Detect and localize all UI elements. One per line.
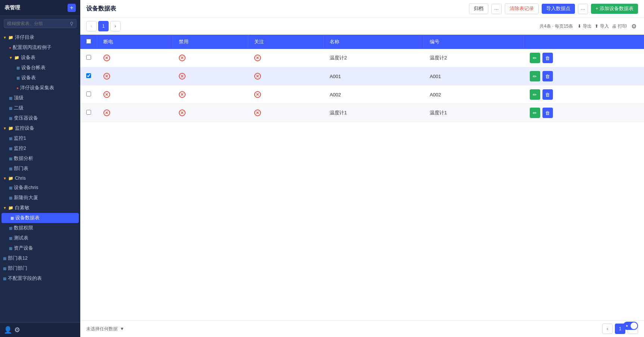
row-name: A001 <box>324 67 424 86</box>
row-follow: ✕ <box>248 67 324 86</box>
user-avatar[interactable]: 👤 <box>4 326 12 334</box>
row-checkbox-3[interactable] <box>86 110 91 115</box>
sidebar-item-device-chris[interactable]: ▦ 设备表chris <box>0 183 80 193</box>
x-circle-icon: ✕ <box>103 91 110 98</box>
sidebar-item-label: 部门部门 <box>8 265 27 272</box>
row-code: 温度计2 <box>424 49 524 67</box>
import-data-button[interactable]: 导入数据点 <box>542 4 575 14</box>
sidebar-item-device-data[interactable]: ▦ 设备数据表 <box>1 213 79 223</box>
row-power-off: ✕ <box>97 104 173 122</box>
export-button[interactable]: ⬇ 导出 <box>578 23 592 30</box>
sidebar-item-label: 不配置字段的表 <box>8 275 42 282</box>
bottom-prev-page[interactable]: ‹ <box>602 324 613 334</box>
sidebar-header: 表管理 + <box>0 0 80 16</box>
archive-more-button[interactable]: ··· <box>491 4 502 14</box>
row-checkbox-2[interactable] <box>86 92 91 96</box>
import-icon: ⬆ <box>595 24 598 29</box>
edit-button-2[interactable]: ✏ <box>530 89 540 100</box>
sidebar-item-label: 数据分析 <box>14 155 33 162</box>
delete-button-1[interactable]: 🗑 <box>542 71 553 81</box>
add-table-button[interactable]: + <box>68 4 76 12</box>
data-table: 断电 禁用 关注 名称 编号 ✕ ✕ ✕ 温度计2 温度计2 <box>80 35 644 122</box>
folder-icon: 📁 <box>8 205 13 210</box>
delete-button-2[interactable]: 🗑 <box>542 89 553 100</box>
import-button[interactable]: ⬆ 导入 <box>595 23 609 30</box>
sidebar-item-yangzai-device[interactable]: ● 洋仔设备采集表 <box>0 83 80 93</box>
sidebar-search-area: ⚲ <box>0 16 80 31</box>
sidebar-item-monitor2[interactable]: ▦ 监控2 <box>0 143 80 154</box>
search-input[interactable] <box>4 19 77 28</box>
sidebar-item-monitor1[interactable]: ▦ 监控1 <box>0 133 80 143</box>
sidebar-item-no-field-table[interactable]: ▦ 不配置字段的表 <box>0 273 80 284</box>
sidebar-item-top-level[interactable]: ▦ 顶级 <box>0 93 80 103</box>
archive-button[interactable]: 归档 <box>469 3 488 14</box>
sidebar-item-chris-dir[interactable]: ▼ 📁 Chris <box>0 174 80 183</box>
sidebar-item-baisumin-dir[interactable]: ▼ 📁 白素敏 <box>0 203 80 213</box>
print-icon: 🖨 <box>612 24 616 29</box>
topbar-left: 设备数据表 <box>86 5 116 13</box>
sidebar-item-label: 监控设备 <box>15 125 34 132</box>
column-code: 编号 <box>424 35 524 49</box>
sidebar-item-asset-device[interactable]: ▦ 资产设备 <box>0 243 80 253</box>
edit-button-0[interactable]: ✏ <box>530 53 540 63</box>
topbar: 设备数据表 归档 ··· 清除表记录 导入数据点 ··· + 添加设备数据表 <box>80 0 644 18</box>
sidebar-item-data-auth[interactable]: ▦ 数据权限 <box>0 223 80 233</box>
row-follow: ✕ <box>248 49 324 67</box>
column-power-off: 断电 <box>97 35 173 49</box>
table-body: ✕ ✕ ✕ 温度计2 温度计2 ✏ 🗑 ✕ ✕ ✕ A001 A001 ✏ <box>80 49 644 122</box>
row-actions: ✏ 🗑 <box>524 67 644 86</box>
bottom-left: 未选择任何数据 ▼ <box>86 326 124 332</box>
sidebar-item-test-table[interactable]: ▦ 测试表 <box>0 233 80 243</box>
toggle-icon: ✦ <box>625 324 628 328</box>
x-circle-icon: ✕ <box>254 109 261 116</box>
sidebar-item-label: 白素敏 <box>15 205 29 211</box>
row-checkbox-1[interactable] <box>86 73 91 78</box>
x-circle-icon: ✕ <box>179 55 186 61</box>
sidebar-item-label: 设备表 <box>21 75 36 81</box>
page-1-button[interactable]: 1 <box>98 21 109 31</box>
search-icon: ⚲ <box>70 21 74 27</box>
import-more-button[interactable]: ··· <box>578 4 588 14</box>
sidebar-item-label: 顶级 <box>14 95 24 101</box>
x-circle-icon: ✕ <box>254 55 261 61</box>
print-button[interactable]: 🖨 打印 <box>612 23 627 30</box>
edit-button-3[interactable]: ✏ <box>530 108 540 118</box>
prev-page-button[interactable]: ‹ <box>86 21 97 31</box>
row-code: A001 <box>424 67 524 86</box>
delete-button-3[interactable]: 🗑 <box>542 108 553 118</box>
delete-button-0[interactable]: 🗑 <box>542 53 553 63</box>
sidebar-item-dept-dept[interactable]: ▦ 部门部门 <box>0 263 80 273</box>
sidebar-item-device-table-dir[interactable]: ▼ 📁 设备表 <box>0 53 80 63</box>
folder-icon: 📁 <box>8 176 13 181</box>
sidebar-item-config-qiong[interactable]: ● 配置琪丙流程例子 <box>0 43 80 53</box>
row-name: 温度计1 <box>324 104 424 122</box>
sidebar-item-data-analysis[interactable]: ▦ 数据分析 <box>0 154 80 164</box>
clear-records-button[interactable]: 清除表记录 <box>505 3 539 14</box>
sidebar-item-monitor-dir[interactable]: ▼ 📁 监控设备 <box>0 123 80 133</box>
add-device-data-button[interactable]: + 添加设备数据表 <box>591 4 638 14</box>
sidebar-item-device-account[interactable]: ▦ 设备台帐表 <box>0 63 80 73</box>
next-page-button[interactable]: › <box>110 21 121 31</box>
sidebar-item-transformer[interactable]: ▦ 变压器设备 <box>0 113 80 123</box>
row-checkbox-0[interactable] <box>86 55 91 60</box>
sidebar-item-xinlong-building[interactable]: ▦ 新隆街大厦 <box>0 193 80 203</box>
sidebar-item-dept-table12[interactable]: ▦ 部门表12 <box>0 253 80 263</box>
sidebar-item-device-table[interactable]: ▦ 设备表 <box>0 73 80 83</box>
sidebar-item-yangzai-dir[interactable]: ▼ 📁 洋仔目录 <box>0 33 80 43</box>
row-follow: ✕ <box>248 86 324 104</box>
sidebar-item-label: 监控1 <box>14 135 26 142</box>
page-title: 设备数据表 <box>86 5 116 13</box>
sidebar-item-label: 配置琪丙流程例子 <box>13 44 52 51</box>
sidebar-item-dept-table[interactable]: ▦ 部门表 <box>0 164 80 174</box>
x-circle-icon: ✕ <box>103 109 110 116</box>
bottom-bar: 未选择任何数据 ▼ ‹ 1 › <box>80 320 644 337</box>
sidebar-item-second-level[interactable]: ▦ 二级 <box>0 103 80 113</box>
toggle-switch[interactable]: ✦ <box>623 322 638 330</box>
table-settings-button[interactable]: ⚙ <box>630 21 638 31</box>
row-actions: ✏ 🗑 <box>524 86 644 104</box>
pagination-right: 共4条 · 每页15条 ⬇ 导出 ⬆ 导入 🖨 打印 ⚙ <box>539 21 638 31</box>
table-row: ✕ ✕ ✕ 温度计2 温度计2 ✏ 🗑 <box>80 49 644 67</box>
settings-icon[interactable]: ⚙ <box>14 326 20 334</box>
edit-button-1[interactable]: ✏ <box>530 71 540 81</box>
select-all-checkbox[interactable] <box>86 39 91 44</box>
